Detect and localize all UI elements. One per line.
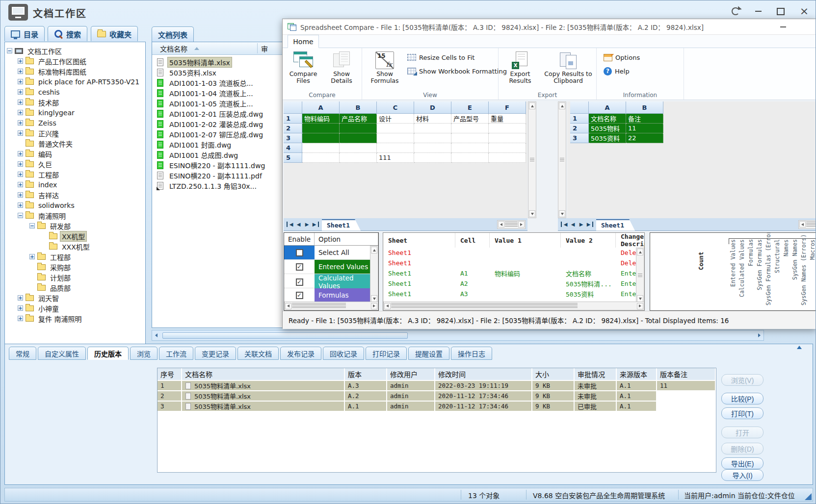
tree-expander-icon[interactable] <box>18 192 23 198</box>
cell-F5[interactable] <box>489 153 526 163</box>
first-sheet-icon[interactable]: ◀ <box>561 222 568 227</box>
tree-item[interactable]: 品质部 <box>7 282 144 293</box>
cell-D4[interactable] <box>414 143 451 153</box>
export-results-button[interactable]: X Export Results <box>501 50 539 90</box>
tree-item[interactable]: XXX机型 <box>7 241 144 252</box>
cell-E3[interactable] <box>451 133 489 143</box>
tree-item[interactable]: 润天智 <box>7 293 144 303</box>
tree-item[interactable]: 工程部 <box>7 169 144 179</box>
scroll-down-icon[interactable] <box>371 295 377 302</box>
scrollbar-thumb[interactable] <box>505 222 518 227</box>
tree-item[interactable]: 普通文件夹 <box>7 138 144 149</box>
cell-C5[interactable]: 111 <box>377 153 414 163</box>
col-header[interactable]: A <box>302 101 340 114</box>
last-sheet-icon[interactable]: ▶ <box>586 222 593 227</box>
tree-expander-icon[interactable] <box>18 58 23 64</box>
cell-B5[interactable] <box>340 153 377 163</box>
tree-item[interactable]: 研发部 <box>7 221 144 231</box>
cell-D1[interactable]: 材料 <box>414 114 451 124</box>
file1-vertical-scrollbar[interactable] <box>528 101 536 218</box>
cell-B3[interactable]: 22 <box>626 133 663 143</box>
tree-item[interactable]: 计划部 <box>7 272 144 282</box>
maximize-button[interactable] <box>770 4 791 18</box>
tree-expander-icon[interactable] <box>18 295 23 301</box>
tree-expander-icon[interactable] <box>18 161 23 167</box>
scrollbar-thumb[interactable] <box>162 332 408 339</box>
sheet-tab[interactable]: Sheet1 <box>322 219 361 231</box>
cell-D5[interactable] <box>414 153 451 163</box>
tree-item[interactable]: 南浦照明 <box>7 210 144 221</box>
detail-tab[interactable]: 提醒设置 <box>408 347 449 360</box>
col-header[interactable]: B <box>626 101 663 114</box>
file1-horizontal-scrollbar[interactable] <box>497 220 526 229</box>
options-button[interactable]: Options <box>604 52 640 63</box>
detail-tab[interactable]: 浏览 <box>130 347 158 360</box>
scrollbar-thumb[interactable] <box>292 303 346 309</box>
cell-D3[interactable] <box>414 133 451 143</box>
tree-expander-icon[interactable] <box>18 79 23 84</box>
show-workbook-formatting-button[interactable]: Show Workbook Formatting <box>407 66 507 76</box>
scrollbar-grip[interactable] <box>530 158 534 162</box>
cell-B3[interactable] <box>340 133 377 143</box>
copy-results-button[interactable]: Copy Results to Clipboard <box>543 50 594 90</box>
tree-item[interactable]: 标准物料库图纸 <box>7 66 144 76</box>
row-header[interactable]: 2 <box>284 124 302 133</box>
scroll-left-icon[interactable] <box>799 221 806 227</box>
detail-tab[interactable]: 操作日志 <box>451 347 492 360</box>
cell-A2[interactable] <box>302 124 340 133</box>
scroll-left-icon[interactable] <box>285 303 291 309</box>
close-button[interactable]: × <box>793 4 815 18</box>
scroll-left-icon[interactable] <box>152 332 160 339</box>
col-version[interactable]: 版本 <box>345 368 387 381</box>
detail-tab[interactable]: 历史版本 <box>87 347 129 360</box>
row-header[interactable]: 5 <box>284 153 302 163</box>
tree-expander-icon[interactable] <box>18 172 23 177</box>
compare-files-button[interactable]: Compare Files <box>285 50 322 90</box>
column-doc-name[interactable]: 文档名称 <box>160 44 187 53</box>
file2-grid-pane[interactable]: A B 1 文档名称 备注 2 5035物料 11 3 5035资料 22 <box>567 101 816 218</box>
tree-expander-icon[interactable] <box>18 100 23 105</box>
refresh-icon[interactable] <box>725 4 746 18</box>
tab-document-list[interactable]: 文档列表 <box>152 26 194 42</box>
scroll-left-icon[interactable] <box>384 303 391 309</box>
cell-C2[interactable] <box>377 124 414 133</box>
cell-C3[interactable] <box>377 133 414 143</box>
col-header[interactable]: A <box>589 101 626 114</box>
col-header[interactable]: F <box>489 101 526 114</box>
col-value2[interactable]: Value 2 <box>561 233 616 248</box>
tree-expander-icon[interactable] <box>18 120 23 126</box>
cell-A1[interactable]: 文档名称 <box>589 114 626 124</box>
checkbox[interactable] <box>284 246 315 259</box>
file1-grid-pane[interactable]: A B C D E F 1 物料编码 产品名称 设计 材料 产品型号 重量 2 <box>284 101 527 218</box>
tree-item[interactable]: 采购部 <box>7 262 144 272</box>
scroll-up-icon[interactable] <box>559 102 565 109</box>
scrollbar-grip[interactable] <box>560 158 564 162</box>
tree-item[interactable]: Zeiss <box>7 118 144 128</box>
col-modify-time[interactable]: 修改时间 <box>435 368 532 381</box>
tree-item[interactable]: 工程部 <box>7 252 144 262</box>
tree-item[interactable]: solidworks <box>7 200 144 210</box>
scroll-up-icon[interactable] <box>529 102 535 109</box>
tree-expander-icon[interactable] <box>18 69 23 74</box>
result-row[interactable]: Sheet1 A1 物料编码 文档名称 Entered Value ( <box>383 268 644 278</box>
cell-A2[interactable]: 5035物料 <box>589 124 626 133</box>
tree-expander-icon[interactable] <box>29 254 35 259</box>
cell-B2[interactable]: 11 <box>626 124 663 133</box>
detail-tab[interactable]: 常规 <box>9 347 36 360</box>
col-doc-name[interactable]: 文档名称 <box>182 368 345 381</box>
scroll-right-icon[interactable] <box>371 303 377 309</box>
col-size[interactable]: 大小 <box>532 368 575 381</box>
detail-tab[interactable]: 回收记录 <box>323 347 364 360</box>
tree-expander-icon[interactable] <box>18 213 23 218</box>
scroll-down-icon[interactable] <box>529 210 535 217</box>
col-source-version[interactable]: 来源版本 <box>617 368 657 381</box>
document-list-horizontal-scrollbar[interactable] <box>152 330 764 341</box>
scroll-left-icon[interactable] <box>498 221 504 227</box>
scroll-down-icon[interactable] <box>559 210 565 217</box>
tree-item[interactable]: index <box>7 179 144 190</box>
cell-B1[interactable]: 产品名称 <box>340 114 377 124</box>
history-action-button[interactable]: 浏览(V) <box>721 374 763 386</box>
cell-A4[interactable] <box>302 143 340 153</box>
col-value1[interactable]: Value 1 <box>490 233 561 248</box>
result-row[interactable]: Sheet1 DeletedColumns <box>383 248 644 258</box>
